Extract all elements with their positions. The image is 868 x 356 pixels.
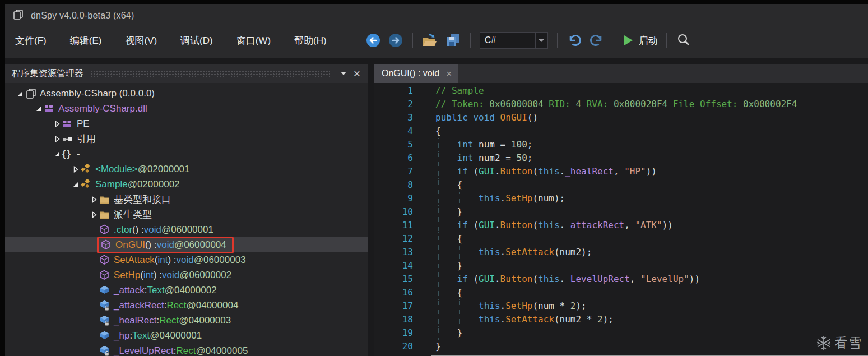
tree-item-content: { }- xyxy=(62,149,80,160)
code-token: 0x000002F4 xyxy=(743,99,797,109)
tree-item[interactable]: .ctor() : void @06000001 xyxy=(5,222,368,237)
tree-item[interactable]: Sample @02000002 xyxy=(5,177,368,192)
tab-label: OnGUI() : void xyxy=(382,68,439,78)
search-button[interactable] xyxy=(675,31,692,50)
tree-expander-collapsed[interactable] xyxy=(89,211,99,218)
tree-expander-collapsed[interactable] xyxy=(52,121,62,127)
code-token: )) xyxy=(662,220,673,230)
tree-item[interactable]: SetAttack(int) : void @06000003 xyxy=(5,252,368,267)
tree-item-content: 引用 xyxy=(62,132,96,145)
tab-ongui[interactable]: OnGUI() : void × xyxy=(374,64,458,83)
indent-guide xyxy=(438,259,439,272)
app-window: dnSpy v4.0.0-beta3 (x64) 文件(F)编辑(E)视图(V)… xyxy=(5,4,868,356)
code-line[interactable]: 4{ xyxy=(374,124,868,138)
pe-icon xyxy=(62,119,77,128)
code-line[interactable]: 20} xyxy=(374,340,868,353)
tree-expander-collapsed[interactable] xyxy=(89,196,99,203)
code-token: . xyxy=(560,220,565,230)
code-token: { xyxy=(435,233,462,244)
tree-item[interactable]: OnGUI() : void @06000004 xyxy=(5,237,368,252)
code-line[interactable]: 15 if (GUI.Button(this._LevelUpRect, "Le… xyxy=(374,272,868,286)
panel-drag-grip[interactable] xyxy=(90,70,330,77)
tree-item[interactable]: 派生类型 xyxy=(5,207,368,222)
code-token: () xyxy=(527,112,538,123)
panel-splitter[interactable] xyxy=(368,64,374,356)
back-button[interactable] xyxy=(365,31,382,50)
code-line-content: } xyxy=(435,259,868,272)
code-line[interactable]: 13 this.SetAttack(num2); xyxy=(374,246,868,259)
tree-item-label: void xyxy=(157,239,174,251)
tree-item-label: <Module> xyxy=(95,164,138,175)
tree-item[interactable]: SetHp(int) : void @06000002 xyxy=(5,267,368,283)
tree-expander-collapsed[interactable] xyxy=(52,136,62,142)
tab-close-icon[interactable]: × xyxy=(446,69,452,78)
code-line[interactable]: 19 } xyxy=(374,326,868,340)
assembly-tree: Assembly-CSharp (0.0.0.0)Assembly-CSharp… xyxy=(5,83,368,356)
code-line-content: if (GUI.Button(this._healRect, "HP")) xyxy=(435,165,868,178)
code-line[interactable]: 17 this.SetHp(num * 2); xyxy=(374,299,868,313)
start-button[interactable]: 启动 xyxy=(623,31,658,50)
code-line[interactable]: 11 if (GUI.Button(this._attackRect, "ATK… xyxy=(374,219,868,232)
language-select[interactable]: C# xyxy=(480,32,548,49)
tree-expander-collapsed[interactable] xyxy=(71,166,81,173)
code-line[interactable]: 2// Token: 0x06000004 RID: 4 RVA: 0x0000… xyxy=(374,98,868,111)
menu-item-3[interactable]: 调试(D) xyxy=(180,34,213,47)
code-line[interactable]: 5 int num = 100; xyxy=(374,138,868,151)
code-line[interactable]: 6 int num2 = 50; xyxy=(374,151,868,165)
code-line[interactable]: 12 { xyxy=(374,232,868,246)
code-line[interactable]: 21 xyxy=(374,353,868,356)
tree-item[interactable]: _healRect : Rect @04000003 xyxy=(5,313,368,328)
assembly-explorer-panel: 程序集资源管理器 × Assembly-CSharp (0.0.0.0)Asse… xyxy=(5,64,368,356)
code-token: GUI xyxy=(479,166,495,177)
menu-item-0[interactable]: 文件(F) xyxy=(15,34,47,47)
forward-button[interactable] xyxy=(387,31,404,50)
tree-item[interactable]: _attack : Text @04000002 xyxy=(5,283,368,298)
tree-item[interactable]: { }- xyxy=(5,146,368,161)
method-icon xyxy=(101,239,115,250)
tree-item[interactable]: 基类型和接口 xyxy=(5,192,368,207)
tree-item[interactable]: <Module> @02000001 xyxy=(5,161,368,177)
tree-item[interactable]: _hp : Text @04000001 xyxy=(5,328,368,343)
code-editor[interactable]: 1// Sample2// Token: 0x06000004 RID: 4 R… xyxy=(374,83,868,356)
code-token: 50 xyxy=(517,152,527,163)
code-line[interactable]: 10 } xyxy=(374,205,868,219)
menu-item-1[interactable]: 编辑(E) xyxy=(70,34,102,47)
code-line[interactable]: 1// Sample xyxy=(374,84,868,98)
code-line[interactable]: 7 if (GUI.Button(this._healRect, "HP")) xyxy=(374,165,868,178)
panel-collapse-button[interactable] xyxy=(337,67,350,80)
panel-close-button[interactable]: × xyxy=(350,67,364,80)
tree-expander-expanded[interactable] xyxy=(15,90,25,97)
open-file-button[interactable] xyxy=(421,31,439,50)
code-line[interactable]: 16 { xyxy=(374,286,868,299)
code-line[interactable]: 14 } xyxy=(374,259,868,272)
code-line[interactable]: 3public void OnGUI() xyxy=(374,111,868,124)
save-all-button[interactable] xyxy=(445,31,462,50)
code-token xyxy=(435,193,479,204)
line-number: 5 xyxy=(374,138,421,151)
code-line-content: if (GUI.Button(this._attackRect, "ATK")) xyxy=(435,219,868,232)
tree-item-label: 引用 xyxy=(77,132,96,145)
tree-item[interactable]: Assembly-CSharp (0.0.0.0) xyxy=(5,86,368,101)
undo-button[interactable] xyxy=(566,31,583,50)
tree-item[interactable]: _LevelUpRect : Rect @04000005 xyxy=(5,343,368,356)
tree-expander-expanded[interactable] xyxy=(71,181,81,188)
menu-item-2[interactable]: 视图(V) xyxy=(125,34,157,47)
line-number: 21 xyxy=(374,353,421,356)
code-line[interactable]: 8 { xyxy=(374,178,868,192)
tree-item[interactable]: PE xyxy=(5,116,368,131)
menu-item-5[interactable]: 帮助(H) xyxy=(294,34,327,47)
chevron-down-icon[interactable] xyxy=(535,33,547,48)
code-line[interactable]: 9 this.SetHp(num); xyxy=(374,192,868,205)
redo-button[interactable] xyxy=(588,31,605,50)
code-line-content: int num = 100; xyxy=(435,138,868,151)
tree-expander-expanded[interactable] xyxy=(34,105,44,112)
code-token: this xyxy=(479,300,500,311)
menu-item-4[interactable]: 窗口(W) xyxy=(236,34,271,47)
code-token: (num * xyxy=(532,300,570,311)
tree-item[interactable]: 引用 xyxy=(5,131,368,146)
tree-item-label: @04000005 xyxy=(196,345,248,356)
code-line[interactable]: 18 this.SetAttack(num2 * 2); xyxy=(374,313,868,326)
tree-item[interactable]: _attackRect : Rect @04000004 xyxy=(5,298,368,313)
tree-item[interactable]: Assembly-CSharp.dll xyxy=(5,101,368,116)
tree-expander-expanded[interactable] xyxy=(52,151,62,158)
